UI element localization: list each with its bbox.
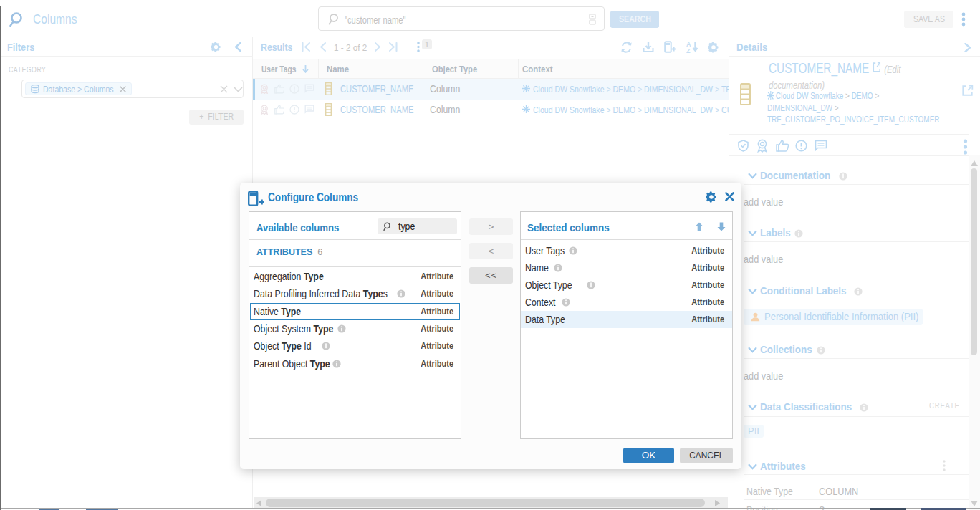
svg-text:Z: Z <box>686 47 691 54</box>
